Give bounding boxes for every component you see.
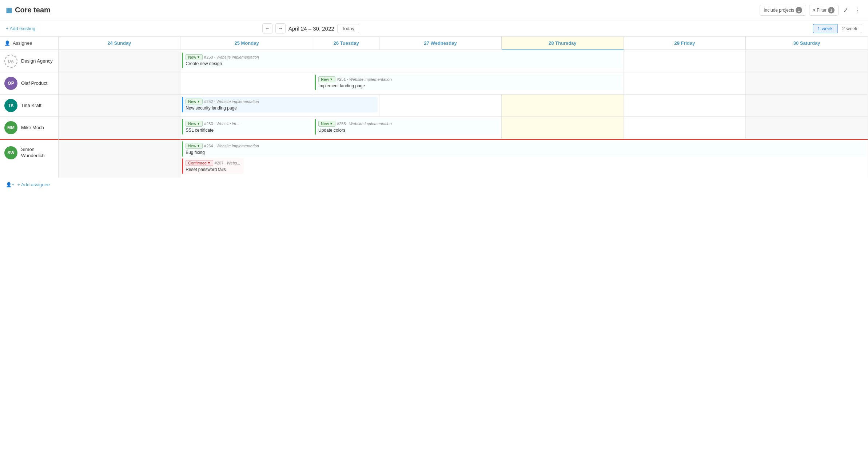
assignee-cell-op: OP Olaf Product bbox=[0, 72, 58, 95]
cell-tk-sun24[interactable] bbox=[58, 95, 180, 117]
date-range-label: April 24 – 30, 2022 bbox=[288, 25, 334, 32]
2-week-view-button[interactable]: 2-week bbox=[837, 24, 862, 33]
app-container: ▦ Core team Include projects 1 ▾ Filter … bbox=[0, 0, 868, 192]
cell-op-sat30[interactable] bbox=[746, 72, 868, 95]
col-header-tue26: 26 Tuesday bbox=[313, 37, 379, 50]
status-badge-251[interactable]: New ▼ bbox=[318, 76, 335, 82]
prev-arrow-icon: ← bbox=[265, 25, 270, 31]
cell-mm-tue26[interactable]: New ▼ #255 · Website implementation Upda… bbox=[313, 117, 502, 139]
task-meta-252: #252 · Website implementation bbox=[204, 99, 259, 104]
header-title-area: ▦ Core team bbox=[6, 6, 760, 14]
page-title: Core team bbox=[15, 6, 51, 14]
task-card-252[interactable]: New ▼ #252 · Website implementation New … bbox=[182, 97, 378, 112]
overdue-bar-sun bbox=[59, 139, 180, 140]
task-meta-253: #253 · Website im... bbox=[204, 122, 239, 126]
task-title-253: SSL certificate bbox=[186, 128, 309, 133]
status-badge-252[interactable]: New ▼ bbox=[186, 99, 203, 104]
assignee-cell-sw: SW Simon Wunderlich bbox=[0, 139, 58, 178]
cell-tk-wed27[interactable] bbox=[379, 95, 502, 117]
assignee-row-op: OP Olaf Product New ▼ bbox=[0, 72, 868, 95]
cell-tk-fri29[interactable] bbox=[624, 95, 746, 117]
avatar-mm: MM bbox=[4, 121, 17, 134]
include-projects-label: Include projects bbox=[764, 8, 794, 13]
task-header-251: New ▼ #251 · Website implementation bbox=[318, 76, 620, 82]
col-header-fri29: 29 Friday bbox=[624, 37, 746, 50]
task-header-253: New ▼ #253 · Website im... bbox=[186, 121, 309, 127]
cell-tk-mon25[interactable]: New ▼ #252 · Website implementation New … bbox=[180, 95, 379, 117]
assignee-name-tk: Tina Kraft bbox=[21, 103, 41, 109]
cell-op-fri29[interactable] bbox=[624, 72, 746, 95]
cell-da-sun24[interactable] bbox=[58, 50, 180, 72]
today-button[interactable]: Today bbox=[337, 24, 359, 33]
task-card-207[interactable]: Confirmed ▼ #207 · Webs... Reset passwor… bbox=[182, 158, 244, 174]
assignee-cell-mm: MM Mike Moch bbox=[0, 117, 58, 139]
prev-week-button[interactable]: ← bbox=[262, 23, 272, 33]
next-arrow-icon: → bbox=[278, 25, 283, 31]
add-assignee-label: + Add assignee bbox=[17, 182, 50, 187]
status-badge-207[interactable]: Confirmed ▼ bbox=[186, 160, 213, 166]
1-week-view-button[interactable]: 1-week bbox=[813, 24, 837, 33]
add-assignee-button[interactable]: 👤+ + Add assignee bbox=[0, 178, 56, 192]
task-card-255[interactable]: New ▼ #255 · Website implementation Upda… bbox=[315, 119, 500, 135]
calendar-table: 👤 Assignee 24 Sunday 25 Monday 26 Tuesda… bbox=[0, 37, 868, 178]
assignee-row-da: DA Design Agency New ▼ #25 bbox=[0, 50, 868, 72]
cell-mm-sat30[interactable] bbox=[746, 117, 868, 139]
next-week-button[interactable]: → bbox=[275, 23, 286, 33]
board-icon: ▦ bbox=[6, 6, 12, 14]
assignee-name-da: Design Agency bbox=[21, 58, 53, 64]
cell-op-sun24[interactable] bbox=[58, 72, 180, 95]
assignee-info-tk: TK Tina Kraft bbox=[4, 99, 54, 112]
task-meta-207: #207 · Webs... bbox=[215, 161, 240, 165]
overdue-bar bbox=[0, 139, 58, 140]
cell-tk-sat30[interactable] bbox=[746, 95, 868, 117]
cell-op-mon25[interactable] bbox=[180, 72, 313, 95]
task-header-252: New ▼ #252 · Website implementation bbox=[186, 99, 375, 104]
filter-button[interactable]: ▾ Filter 1 bbox=[809, 5, 839, 16]
cell-da-fri29[interactable] bbox=[624, 50, 746, 72]
cell-da-sat30[interactable] bbox=[746, 50, 868, 72]
cell-mm-thu28[interactable] bbox=[501, 117, 624, 139]
calendar-header-row: 👤 Assignee 24 Sunday 25 Monday 26 Tuesda… bbox=[0, 37, 868, 50]
cell-op-tue26[interactable]: New ▼ #251 · Website implementation Impl… bbox=[313, 72, 624, 95]
header: ▦ Core team Include projects 1 ▾ Filter … bbox=[0, 0, 868, 20]
cell-sw-sun24[interactable] bbox=[58, 139, 180, 178]
add-existing-button[interactable]: + Add existing bbox=[6, 26, 35, 31]
status-badge-253[interactable]: New ▼ bbox=[186, 121, 203, 127]
status-badge-254[interactable]: New ▼ bbox=[186, 143, 203, 149]
task-title-251: Implement landing page bbox=[318, 83, 620, 88]
status-arrow-253: ▼ bbox=[197, 122, 200, 126]
more-options-button[interactable]: ⋮ bbox=[853, 5, 862, 15]
status-arrow-251: ▼ bbox=[330, 77, 333, 81]
task-card-251[interactable]: New ▼ #251 · Website implementation Impl… bbox=[315, 75, 622, 90]
assignee-name-op: Olaf Product bbox=[21, 80, 47, 87]
cell-da-mon25[interactable]: New ▼ #250 · Website implementation Crea… bbox=[180, 50, 624, 72]
task-title-255: Update colors bbox=[318, 128, 497, 133]
expand-button[interactable]: ⤢ bbox=[841, 5, 850, 15]
filter-icon: ▾ bbox=[813, 8, 815, 13]
assignee-info-da: DA Design Agency bbox=[4, 55, 54, 68]
status-badge-255[interactable]: New ▼ bbox=[318, 121, 335, 127]
task-card-254[interactable]: New ▼ #254 · Website implementation Bug … bbox=[182, 141, 866, 157]
more-icon: ⋮ bbox=[855, 7, 860, 13]
header-actions: Include projects 1 ▾ Filter 1 ⤢ ⋮ bbox=[760, 5, 862, 16]
cell-mm-fri29[interactable] bbox=[624, 117, 746, 139]
include-projects-button[interactable]: Include projects 1 bbox=[760, 5, 806, 16]
assignee-header-icon: 👤 bbox=[4, 40, 10, 46]
status-arrow-252: ▼ bbox=[197, 100, 200, 103]
task-header-250: New ▼ #250 · Website implementation bbox=[186, 54, 619, 60]
cell-mm-mon25[interactable]: New ▼ #253 · Website im... SSL certifica… bbox=[180, 117, 313, 139]
assignee-name-sw: Simon Wunderlich bbox=[21, 147, 54, 159]
toolbar: + Add existing ← → April 24 – 30, 2022 T… bbox=[0, 20, 868, 37]
cell-sw-mon25[interactable]: New ▼ #254 · Website implementation Bug … bbox=[180, 139, 868, 178]
cell-mm-sun24[interactable] bbox=[58, 117, 180, 139]
task-card-253[interactable]: New ▼ #253 · Website im... SSL certifica… bbox=[182, 119, 311, 135]
cell-tk-thu28[interactable] bbox=[501, 95, 624, 117]
task-title-252: New security landing page bbox=[186, 106, 375, 111]
avatar-da: DA bbox=[4, 55, 17, 68]
status-arrow-254: ▼ bbox=[197, 144, 200, 148]
assignee-row-sw: SW Simon Wunderlich New bbox=[0, 139, 868, 178]
task-card-250[interactable]: New ▼ #250 · Website implementation Crea… bbox=[182, 52, 622, 68]
2-week-label: 2-week bbox=[842, 26, 857, 31]
task-meta-255: #255 · Website implementation bbox=[337, 122, 392, 126]
status-badge-250[interactable]: New ▼ bbox=[186, 54, 203, 60]
